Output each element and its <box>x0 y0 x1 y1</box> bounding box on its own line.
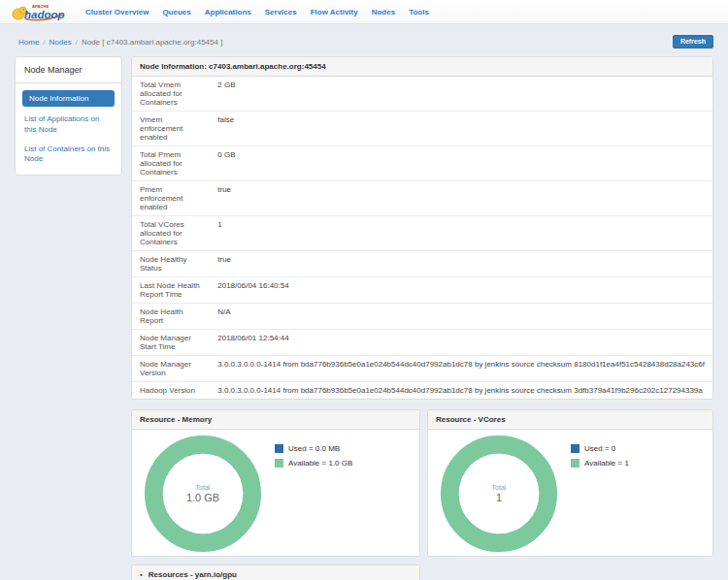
hadoop-logo: APACHE hadoop <box>12 2 68 22</box>
breadcrumb-bar: Home/Nodes/Node [ c7403.ambari.apache.or… <box>0 24 728 56</box>
breadcrumb-current-node: Node [ c7403.ambari.apache.org:45454 ] <box>82 38 222 47</box>
legend-item-used: Used = 0.0 MB <box>275 444 352 453</box>
charts-row-bottom: •Resources - yarn.io/gpu Total 0 <box>131 564 713 580</box>
breadcrumb-separator: / <box>76 38 78 47</box>
table-row: Total VCores allocated for Containers1 <box>132 216 712 251</box>
nav-item-applications[interactable]: Applications <box>205 8 251 16</box>
table-row: Node Manager Start Time2018/06/01 12:54:… <box>132 330 712 356</box>
used-swatch-icon <box>571 444 579 453</box>
vcores-legend: Used = 0 Available = 1 <box>571 444 629 473</box>
row-value: true <box>210 251 712 277</box>
sidebar-item-applications-list[interactable]: List of Applications on this Node <box>24 114 113 136</box>
row-value: false <box>210 112 712 146</box>
row-value: 2018/06/01 12:54:44 <box>210 330 712 356</box>
nav-menu: Cluster Overview Queues Applications Ser… <box>85 8 443 16</box>
row-value: N/A <box>210 304 712 330</box>
legend-label: Available = 1.0 GB <box>288 459 352 467</box>
resource-vcores-panel: Resource - VCores Total 1 <box>427 409 713 557</box>
row-value: 2018/06/04 16:40:54 <box>210 277 712 304</box>
memory-legend: Used = 0.0 MB Available = 1.0 GB <box>275 444 352 473</box>
nav-item-queues[interactable]: Queues <box>162 8 190 16</box>
table-row: Node Healthy Statustrue <box>132 251 712 277</box>
legend-item-used: Used = 0 <box>571 444 629 453</box>
row-value: 3.0.0.3.0.0.0-1414 from bda776b936b5e0a1… <box>210 382 712 400</box>
resources-gpu-title: Resources - yarn.io/gpu <box>149 570 237 579</box>
top-navbar: APACHE hadoop Cluster Overview Queues Ap… <box>0 0 728 24</box>
legend-label: Available = 1 <box>584 459 629 467</box>
hadoop-logo-image: APACHE hadoop <box>12 2 68 22</box>
content-area: Node Manager Node Information List of Ap… <box>0 56 728 580</box>
bullet-icon: • <box>140 570 143 579</box>
refresh-button[interactable]: Refresh <box>673 35 713 48</box>
nav-item-tools[interactable]: Tools <box>409 8 429 16</box>
breadcrumb-separator: / <box>43 38 45 47</box>
row-label: Pmem enforcement enabled <box>132 181 210 216</box>
table-row: Total Pmem allocated for Containers0 GB <box>132 146 712 181</box>
node-manager-sidebar: Node Manager Node Information List of Ap… <box>15 56 122 176</box>
vcores-donut-ring <box>440 435 558 553</box>
nav-item-nodes[interactable]: Nodes <box>372 8 395 16</box>
table-row: Node Manager Version3.0.0.3.0.0.0-1414 f… <box>132 356 712 382</box>
vcores-donut: Total 1 <box>440 435 558 553</box>
row-label: Node Health Report <box>132 304 210 330</box>
logo-hadoop-text: hadoop <box>24 8 65 19</box>
row-value: 3.0.0.3.0.0.0-1414 from bda776b936b5e0a1… <box>210 356 712 382</box>
table-row: Last Node Health Report Time2018/06/04 1… <box>132 277 712 304</box>
row-value: 1 <box>210 216 712 251</box>
table-row: Hadoop Version3.0.0.3.0.0.0-1414 from bd… <box>132 382 712 400</box>
memory-donut: Total 1.0 GB <box>144 435 262 553</box>
breadcrumb-nodes[interactable]: Nodes <box>50 38 72 47</box>
table-row: Node Health ReportN/A <box>132 304 712 330</box>
resources-gpu-header: •Resources - yarn.io/gpu <box>132 565 419 580</box>
row-label: Total Vmem allocated for Containers <box>132 77 210 112</box>
row-label: Total Pmem allocated for Containers <box>132 146 210 181</box>
breadcrumb: Home/Nodes/Node [ c7403.ambari.apache.or… <box>18 38 673 47</box>
used-swatch-icon <box>275 444 283 453</box>
resource-vcores-title: Resource - VCores <box>428 410 712 430</box>
node-information-panel: Node Information: c7403.ambari.apache.or… <box>131 56 713 400</box>
row-label: Vmem enforcement enabled <box>132 112 210 146</box>
sidebar-menu: Node Information List of Applications on… <box>16 83 121 175</box>
breadcrumb-home[interactable]: Home <box>18 38 39 47</box>
main-column: Node Information: c7403.ambari.apache.or… <box>131 56 713 580</box>
row-label: Node Manager Start Time <box>132 330 210 356</box>
legend-item-available: Available = 1 <box>571 459 629 467</box>
nav-item-flow-activity[interactable]: Flow Activity <box>311 8 358 16</box>
node-information-header: Node Information: c7403.ambari.apache.or… <box>132 57 712 77</box>
table-row: Total Vmem allocated for Containers2 GB <box>132 77 712 112</box>
nav-item-cluster-overview[interactable]: Cluster Overview <box>85 8 149 16</box>
sidebar-item-containers-list[interactable]: List of Containers on this Node <box>24 145 113 166</box>
sidebar-item-node-information[interactable]: Node Information <box>22 90 115 107</box>
table-row: Vmem enforcement enabledfalse <box>132 112 712 146</box>
sidebar-title: Node Manager <box>16 57 121 83</box>
available-swatch-icon <box>275 459 283 467</box>
memory-donut-ring <box>144 435 262 553</box>
row-value: 2 GB <box>210 77 712 112</box>
row-value: 0 GB <box>210 146 712 181</box>
legend-label: Used = 0.0 MB <box>288 444 340 453</box>
available-swatch-icon <box>571 459 579 467</box>
table-row: Pmem enforcement enabledtrue <box>132 181 712 216</box>
resource-memory-chart: Total 1.0 GB Used = 0.0 MB Available = 1… <box>132 430 419 553</box>
resource-vcores-chart: Total 1 Used = 0 Available = 1 <box>428 430 712 553</box>
resource-memory-panel: Resource - Memory Total 1.0 GB <box>131 409 420 557</box>
resource-memory-title: Resource - Memory <box>132 410 419 430</box>
row-label: Hadoop Version <box>132 382 210 400</box>
nav-item-services[interactable]: Services <box>265 8 297 16</box>
row-label: Last Node Health Report Time <box>132 277 210 304</box>
charts-row-top: Resource - Memory Total 1.0 GB <box>131 409 713 557</box>
legend-item-available: Available = 1.0 GB <box>275 459 352 467</box>
row-label: Node Manager Version <box>132 356 210 382</box>
legend-label: Used = 0 <box>584 444 615 453</box>
row-label: Total VCores allocated for Containers <box>132 216 210 251</box>
row-value: true <box>210 181 712 216</box>
resources-gpu-panel: •Resources - yarn.io/gpu Total 0 <box>131 564 420 580</box>
row-label: Node Healthy Status <box>132 251 210 277</box>
node-information-table: Total Vmem allocated for Containers2 GB … <box>132 77 712 399</box>
